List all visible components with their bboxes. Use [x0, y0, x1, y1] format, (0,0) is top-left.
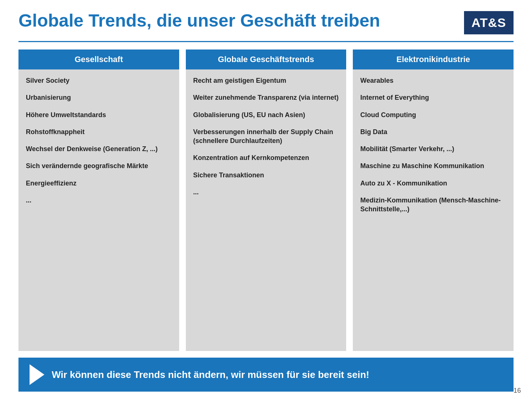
- list-item: Energieeffizienz: [26, 179, 172, 188]
- column-body-gesellschaft: Silver Society Urbanisierung Höhere Umwe…: [18, 69, 179, 351]
- column-header-gesellschaft: Gesellschaft: [18, 50, 179, 69]
- page-number: 16: [514, 387, 521, 395]
- column-gesellschaft: Gesellschaft Silver Society Urbanisierun…: [18, 50, 179, 351]
- list-item: Silver Society: [26, 76, 172, 85]
- list-item: Globalisierung (US, EU nach Asien): [193, 110, 339, 119]
- slide-header: Globale Trends, die unser Geschäft treib…: [18, 11, 514, 34]
- column-header-geschaeftstrends: Globale Geschäftstrends: [186, 50, 347, 69]
- list-item: Big Data: [360, 127, 506, 136]
- list-item: Auto zu X - Kommunikation: [360, 179, 506, 188]
- column-header-elektronikindustrie: Elektronikindustrie: [353, 50, 514, 69]
- columns-container: Gesellschaft Silver Society Urbanisierun…: [18, 50, 514, 351]
- list-item: Internet of Everything: [360, 93, 506, 102]
- header-divider: [18, 41, 514, 42]
- list-item: Wearables: [360, 76, 506, 85]
- list-item: Urbanisierung: [26, 93, 172, 102]
- list-item: Sich verändernde geografische Märkte: [26, 161, 172, 170]
- list-item: Wechsel der Denkweise (Generation Z, ...…: [26, 144, 172, 153]
- footer-banner: Wir können diese Trends nicht ändern, wi…: [18, 358, 514, 392]
- list-item: Verbesserungen innerhalb der Supply Chai…: [193, 127, 339, 146]
- list-item: ...: [193, 188, 339, 197]
- list-item: Cloud Computing: [360, 110, 506, 119]
- footer-text: Wir können diese Trends nicht ändern, wi…: [52, 369, 369, 381]
- list-item: Recht am geistigen Eigentum: [193, 76, 339, 85]
- list-item: Konzentration auf Kernkompetenzen: [193, 153, 339, 162]
- list-item: Rohstoffknappheit: [26, 127, 172, 136]
- column-body-geschaeftstrends: Recht am geistigen Eigentum Weiter zuneh…: [186, 69, 347, 351]
- list-item: Weiter zunehmende Transparenz (via inter…: [193, 93, 339, 102]
- list-item: Medizin-Kommunikation (Mensch-Maschine-S…: [360, 196, 506, 214]
- list-item: Maschine zu Maschine Kommunikation: [360, 161, 506, 170]
- list-item: ...: [26, 196, 172, 205]
- footer-arrow-icon: [30, 364, 44, 385]
- list-item: Mobilität (Smarter Verkehr, ...): [360, 144, 506, 153]
- column-elektronikindustrie: Elektronikindustrie Wearables Internet o…: [353, 50, 514, 351]
- ats-logo: AT&S: [464, 11, 514, 34]
- list-item: Höhere Umweltstandards: [26, 110, 172, 119]
- column-body-elektronikindustrie: Wearables Internet of Everything Cloud C…: [353, 69, 514, 351]
- column-geschaeftstrends: Globale Geschäftstrends Recht am geistig…: [186, 50, 347, 351]
- slide-title: Globale Trends, die unser Geschäft treib…: [18, 11, 380, 31]
- list-item: Sichere Transaktionen: [193, 171, 339, 180]
